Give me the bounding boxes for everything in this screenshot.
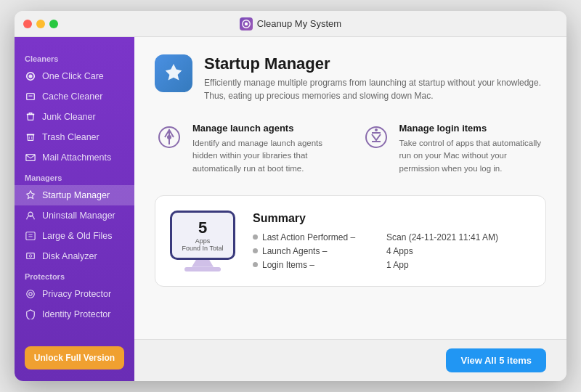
monitor-outer: 5 Apps Found In Total xyxy=(170,211,235,260)
svg-point-14 xyxy=(29,255,32,258)
junk-cleaner-label: Junk Cleaner xyxy=(42,112,96,122)
junk-cleaner-icon xyxy=(25,111,36,123)
maximize-button[interactable] xyxy=(49,20,58,28)
svg-rect-8 xyxy=(26,155,35,161)
title-bar: Cleanup My System xyxy=(15,11,566,37)
feature-card-launch-agents-text: Manage launch agents Identify and manage… xyxy=(192,123,340,175)
last-action-val: Scan (24-11-2021 11:41 AM) xyxy=(386,232,498,242)
sidebar-item-privacy-protector[interactable]: Privacy Protector xyxy=(15,284,134,304)
login-items-desc: Take control of apps that automatically … xyxy=(399,137,547,175)
disk-analyzer-label: Disk Analyzer xyxy=(42,251,97,261)
uninstall-manager-label: Uninstall Manager xyxy=(42,211,115,221)
app-title: Cleanup My System xyxy=(257,18,341,29)
managers-section-label: Managers xyxy=(15,168,134,185)
summary-info: Summary Last Action Performed – Scan (24… xyxy=(253,212,531,270)
page-header-icon xyxy=(155,54,192,92)
launch-agents-icon xyxy=(155,123,184,152)
sidebar-item-cache-cleaner[interactable]: Cache Cleaner xyxy=(15,86,134,107)
one-click-care-icon xyxy=(25,70,36,82)
mail-attachments-label: Mail Attachments xyxy=(42,152,111,163)
disk-analyzer-icon xyxy=(25,250,36,262)
monitor-label-found: Found In Total xyxy=(182,245,224,252)
feature-card-login-items: Manage login items Take control of apps … xyxy=(362,123,547,175)
page-header: Startup Manager Efficiently manage multi… xyxy=(155,54,546,102)
feature-cards: Manage launch agents Identify and manage… xyxy=(155,123,546,175)
monitor-count: 5 xyxy=(182,219,224,237)
summary-row-login-items: Login Items – 1 App xyxy=(253,260,531,270)
svg-rect-13 xyxy=(27,253,35,259)
feature-card-launch-agents: Manage launch agents Identify and manage… xyxy=(155,123,340,175)
svg-point-21 xyxy=(375,128,378,131)
svg-point-19 xyxy=(167,135,171,139)
main-layout: Cleaners One Click Care Cache Cleaner xyxy=(15,37,566,381)
close-button[interactable] xyxy=(23,20,32,28)
unlock-full-version-button[interactable]: Unlock Full Version xyxy=(25,346,124,369)
trash-cleaner-icon xyxy=(25,131,36,143)
cache-cleaner-label: Cache Cleaner xyxy=(42,91,102,102)
dot-last-action xyxy=(253,234,258,240)
title-bar-content: Cleanup My System xyxy=(240,17,341,30)
startup-manager-label: Startup Manager xyxy=(42,190,110,200)
login-items-val: 1 App xyxy=(386,260,409,270)
sidebar-item-uninstall-manager[interactable]: Uninstall Manager xyxy=(15,205,134,226)
privacy-protector-icon xyxy=(25,288,36,300)
page-header-text: Startup Manager Efficiently manage multi… xyxy=(204,54,546,102)
minimize-button[interactable] xyxy=(36,20,45,28)
identity-protector-label: Identity Protector xyxy=(42,309,111,319)
summary-rows: Last Action Performed – Scan (24-11-2021… xyxy=(253,232,531,270)
login-items-icon xyxy=(362,123,391,152)
cleaners-section-label: Cleaners xyxy=(15,49,134,66)
svg-point-15 xyxy=(27,290,35,298)
launch-agents-title: Manage launch agents xyxy=(192,123,340,134)
launch-agents-key: Launch Agents – xyxy=(262,246,382,256)
last-action-key: Last Action Performed – xyxy=(262,232,382,242)
sidebar-bottom: Unlock Full Version xyxy=(15,346,134,369)
login-items-title: Manage login items xyxy=(399,123,547,134)
sidebar-item-one-click-care[interactable]: One Click Care xyxy=(15,66,134,86)
app-icon xyxy=(240,17,253,30)
sidebar-item-trash-cleaner[interactable]: Trash Cleaner xyxy=(15,127,134,147)
monitor-label-apps: Apps xyxy=(182,237,224,245)
summary-illustration: 5 Apps Found In Total xyxy=(170,211,235,271)
svg-rect-2 xyxy=(27,94,35,100)
dot-launch-agents xyxy=(253,248,258,253)
large-old-files-icon xyxy=(25,230,36,242)
feature-card-login-items-text: Manage login items Take control of apps … xyxy=(399,123,547,175)
launch-agents-val: 4 Apps xyxy=(386,246,413,256)
view-all-button[interactable]: View All 5 items xyxy=(446,348,546,372)
login-items-key: Login Items – xyxy=(262,260,382,270)
monitor-base xyxy=(184,267,221,271)
sidebar-item-mail-attachments[interactable]: Mail Attachments xyxy=(15,147,134,168)
sidebar-item-junk-cleaner[interactable]: Junk Cleaner xyxy=(15,107,134,127)
sidebar-item-identity-protector[interactable]: Identity Protector xyxy=(15,304,134,324)
summary-title: Summary xyxy=(253,212,531,225)
svg-point-1 xyxy=(245,22,248,25)
sidebar: Cleaners One Click Care Cache Cleaner xyxy=(15,37,134,381)
sidebar-item-large-old-files[interactable]: Large & Old Files xyxy=(15,226,134,246)
large-old-files-label: Large & Old Files xyxy=(42,231,113,241)
bottom-bar: View All 5 items xyxy=(134,339,566,381)
mail-attachments-icon xyxy=(25,152,36,163)
dot-login-items xyxy=(253,262,258,267)
svg-point-16 xyxy=(29,293,32,295)
cache-cleaner-icon xyxy=(25,91,36,102)
sidebar-item-startup-manager[interactable]: Startup Manager xyxy=(15,185,134,205)
summary-row-last-action: Last Action Performed – Scan (24-11-2021… xyxy=(253,232,531,242)
monitor-inner: 5 Apps Found In Total xyxy=(182,219,224,252)
traffic-lights xyxy=(23,20,58,28)
summary-row-launch-agents: Launch Agents – 4 Apps xyxy=(253,246,531,256)
identity-protector-icon xyxy=(25,309,36,320)
main-window: Cleanup My System Cleaners One Click Car… xyxy=(15,11,566,381)
monitor-stand xyxy=(192,260,214,267)
one-click-care-label: One Click Care xyxy=(42,71,104,81)
trash-cleaner-label: Trash Cleaner xyxy=(42,132,99,142)
uninstall-manager-icon xyxy=(25,210,36,221)
svg-rect-10 xyxy=(26,232,35,240)
launch-agents-desc: Identify and manage launch agents hidden… xyxy=(192,137,340,175)
summary-box: 5 Apps Found In Total Summary xyxy=(155,195,546,287)
protectors-section-label: Protectors xyxy=(15,266,134,284)
page-title: Startup Manager xyxy=(204,54,546,73)
sidebar-item-disk-analyzer[interactable]: Disk Analyzer xyxy=(15,246,134,266)
privacy-protector-label: Privacy Protector xyxy=(42,289,111,299)
startup-manager-icon xyxy=(25,189,36,201)
